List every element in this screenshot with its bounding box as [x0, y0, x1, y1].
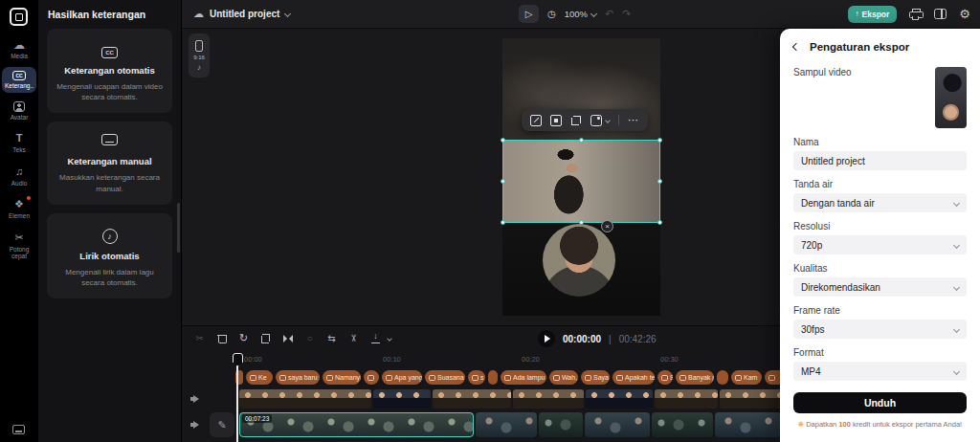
caption-card[interactable]: Keterangan manual Masukkan keterangan se… — [47, 122, 172, 204]
video-clip[interactable] — [373, 389, 431, 409]
caption-clip[interactable]: S — [657, 370, 673, 385]
caption-clip[interactable]: Banyak p — [676, 370, 714, 385]
redo-icon[interactable]: ↷ — [622, 8, 631, 20]
video-clip[interactable] — [655, 389, 718, 409]
sidebar-item[interactable]: Teks — [2, 128, 36, 156]
download-button[interactable]: Unduh — [793, 392, 967, 413]
field-control[interactable]: 30fps — [793, 320, 967, 339]
timeline-tool-icon[interactable] — [301, 330, 318, 346]
frame-fill-icon[interactable] — [550, 115, 562, 126]
caption-clip[interactable]: Namanya — [323, 370, 361, 385]
caption-clip[interactable]: Wah, — [549, 370, 578, 385]
sidebar-item[interactable]: Avatar — [2, 98, 36, 123]
caption-clip[interactable]: Ada lampu p — [501, 370, 546, 385]
chevron-down-icon — [590, 11, 597, 17]
sidebar-item[interactable]: Keterang.. — [2, 67, 36, 92]
scene-clip[interactable] — [539, 412, 583, 437]
field-control[interactable]: Untitled project — [793, 151, 967, 170]
caption-clip[interactable]: Saya — [581, 370, 610, 385]
back-chevron-icon[interactable] — [792, 43, 800, 51]
track-audio-icon[interactable] — [190, 420, 202, 430]
zoom-level: 100% — [565, 9, 588, 19]
caption-clip[interactable]: Kam — [731, 370, 762, 385]
caption-clip-icon — [768, 375, 775, 381]
timeline-tool-icon[interactable] — [368, 330, 384, 346]
timeline-tool-icon[interactable] — [235, 330, 252, 346]
timeline-tool-icon[interactable] — [279, 330, 296, 346]
resize-handle[interactable] — [657, 220, 662, 225]
scene-clip[interactable] — [585, 412, 650, 437]
zoom-level-dropdown[interactable]: 100% — [565, 9, 596, 19]
caption-clip[interactable]: Apa yang — [382, 370, 422, 385]
project-title-menu[interactable]: ☁ Untitled project — [193, 8, 290, 20]
remove-overlay-handle[interactable]: × — [601, 220, 613, 232]
speaker-avatar-overlay[interactable] — [543, 224, 615, 297]
resize-handle[interactable] — [501, 138, 505, 143]
scale-icon[interactable] — [530, 115, 542, 126]
video-clip[interactable] — [433, 389, 511, 409]
preview-quality-icon[interactable]: ◷ — [547, 9, 556, 19]
caption-clip[interactable]: saya baru saj — [276, 370, 320, 385]
field-control[interactable]: MP4 — [793, 362, 967, 381]
caption-card[interactable]: Keterangan otomatis Mengenali ucapan dal… — [47, 29, 172, 113]
resize-handle[interactable] — [657, 179, 662, 184]
preview-toolbar: ⋯ — [522, 109, 648, 131]
app-logo-icon[interactable] — [10, 8, 28, 26]
scene-clip[interactable] — [652, 412, 713, 437]
settings-gear-icon[interactable]: ⚙ — [959, 8, 970, 20]
sidebar-item[interactable]: Media — [2, 34, 36, 62]
caption-clip[interactable]: Apakah ter — [612, 370, 655, 385]
scrollbar[interactable] — [177, 203, 180, 253]
caption-clip-text: Ada lampu p — [513, 374, 546, 381]
resize-handle[interactable] — [501, 220, 505, 225]
sidebar-item[interactable]: Audio — [2, 162, 36, 189]
caption-clip[interactable] — [364, 370, 379, 385]
timeline-tool-icon[interactable] — [345, 330, 362, 346]
selection-box[interactable] — [502, 140, 660, 223]
play-button[interactable] — [538, 330, 555, 347]
sidebar-item[interactable]: Potong cepat — [2, 228, 36, 263]
resize-handle[interactable] — [501, 179, 505, 184]
resize-handle[interactable] — [657, 138, 662, 143]
track-audio-icon[interactable] — [190, 394, 202, 404]
field-control[interactable]: Direkomendasikan — [793, 277, 967, 297]
scene-clip[interactable] — [476, 412, 537, 437]
shortcuts-icon[interactable] — [12, 425, 25, 434]
scene-clip[interactable]: 00:07:23 — [239, 412, 474, 437]
timeline-tool-icon[interactable] — [213, 330, 230, 346]
field-control[interactable]: Dengan tanda air — [793, 193, 967, 212]
field-control[interactable]: 720p — [793, 235, 967, 254]
layout-panels-icon[interactable] — [934, 9, 947, 19]
timeline-tool-icon[interactable] — [191, 330, 208, 346]
track-edit-icon[interactable]: ✎ — [210, 412, 234, 437]
caption-clip[interactable]: Suasana — [425, 370, 465, 385]
scene-clip[interactable] — [715, 412, 782, 437]
more-options-icon[interactable]: ⋯ — [628, 115, 639, 125]
video-cover-thumbnail[interactable] — [935, 67, 967, 128]
divider — [618, 115, 619, 125]
timeline-tool-icon[interactable] — [323, 330, 340, 346]
sidebar-item[interactable]: Elemen — [2, 194, 36, 222]
timeline-tool-icon[interactable] — [257, 330, 274, 346]
video-clip[interactable] — [239, 389, 371, 409]
caption-clip[interactable]: Ke — [246, 370, 273, 385]
caption-card-desc: Masukkan keterangan secara manual. — [55, 172, 165, 193]
video-clip[interactable] — [586, 389, 653, 409]
video-clip[interactable] — [513, 389, 584, 409]
caption-clip[interactable] — [717, 370, 728, 385]
timeline-ruler[interactable]: 00:0000:1000:2000:30 — [237, 355, 812, 364]
select-tool-button[interactable]: ▷ — [519, 5, 539, 23]
caption-clip[interactable] — [488, 370, 498, 385]
caption-clip[interactable]: s — [468, 370, 485, 385]
playhead[interactable] — [236, 353, 238, 442]
resize-handle[interactable] — [579, 138, 584, 143]
aspect-ratio-widget[interactable]: 9:16 ♪ — [189, 33, 210, 77]
chevron-down-icon[interactable] — [605, 118, 611, 123]
print-icon[interactable] — [909, 9, 922, 20]
celebration-icon: ❋ — [798, 420, 804, 429]
overlay-icon[interactable] — [590, 115, 602, 126]
caption-card[interactable]: Lirik otomatis Mengenali lirik dalam lag… — [47, 213, 172, 298]
crop-icon[interactable] — [570, 115, 582, 126]
undo-icon[interactable]: ↶ — [605, 8, 613, 20]
export-button[interactable]: ↑ Ekspor — [848, 6, 898, 23]
